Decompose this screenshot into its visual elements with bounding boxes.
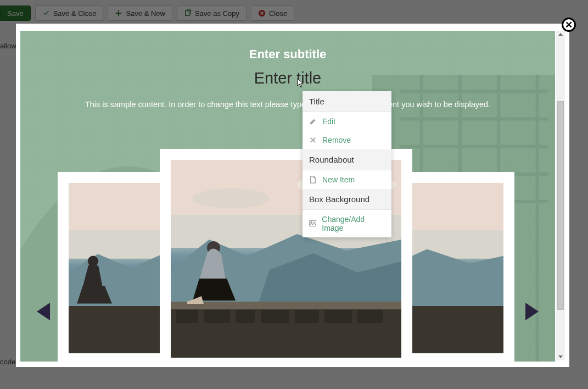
svg-rect-26: [261, 310, 289, 323]
carousel-prev-button[interactable]: [37, 303, 50, 320]
context-section-roundabout: Roundabout: [303, 149, 391, 170]
subtitle-text[interactable]: Enter subtitle: [20, 47, 555, 62]
modal-scrollbar[interactable]: [556, 31, 565, 360]
pencil-icon: [309, 118, 317, 125]
svg-rect-22: [171, 302, 401, 309]
svg-rect-23: [176, 310, 198, 323]
cursor-icon: [297, 78, 305, 88]
svg-point-20: [193, 188, 270, 208]
roundabout-carousel: [20, 149, 555, 362]
svg-rect-24: [204, 310, 230, 323]
close-icon: ✕: [565, 19, 573, 31]
context-edit[interactable]: Edit: [303, 112, 391, 131]
image-icon: [309, 220, 316, 227]
file-icon: [309, 176, 317, 184]
sample-content-text[interactable]: This is sample content. In order to chan…: [20, 100, 555, 109]
context-change-image[interactable]: Change/Add Image: [303, 210, 391, 237]
context-new-item[interactable]: New Item: [303, 170, 391, 189]
modal-close-button[interactable]: ✕: [562, 18, 576, 32]
context-section-box-bg: Box Background: [303, 189, 391, 210]
svg-rect-29: [357, 310, 383, 323]
x-icon: [309, 136, 317, 144]
svg-rect-25: [236, 310, 255, 323]
title-text[interactable]: Enter title: [20, 69, 555, 87]
svg-rect-28: [324, 310, 352, 323]
context-remove[interactable]: Remove: [303, 131, 391, 149]
svg-rect-27: [295, 310, 319, 323]
context-menu: Title Edit Remove Roundabout New Item: [303, 91, 391, 237]
context-edit-label: Edit: [322, 117, 335, 126]
scroll-thumb[interactable]: [557, 101, 564, 310]
carousel-next-button[interactable]: [525, 303, 539, 320]
scroll-up-icon[interactable]: [558, 33, 563, 36]
context-remove-label: Remove: [322, 136, 351, 145]
editor-modal: Enter subtitle Enter title This is sampl…: [16, 24, 569, 367]
context-change-image-label: Change/Add Image: [322, 215, 385, 232]
context-new-item-label: New Item: [322, 175, 355, 184]
modal-content: Enter subtitle Enter title This is sampl…: [20, 31, 555, 362]
context-section-title: Title: [303, 91, 391, 112]
scroll-down-icon[interactable]: [558, 355, 563, 358]
